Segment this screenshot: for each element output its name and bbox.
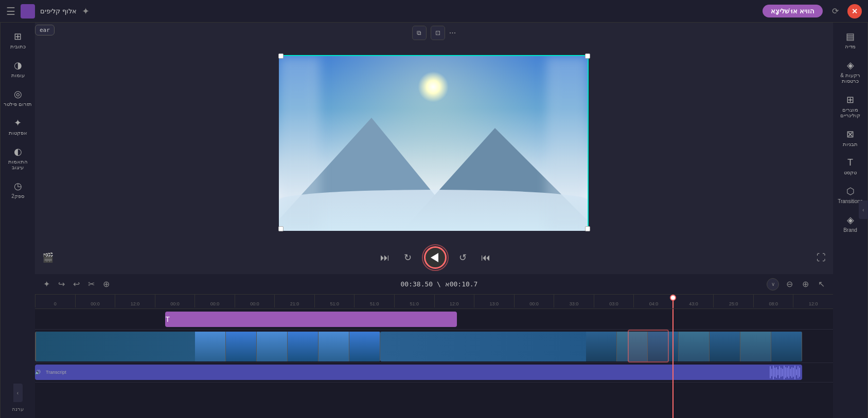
rewind-button[interactable]: ↺ bbox=[457, 250, 469, 265]
sidebar-item-speed[interactable]: ◷ ספק2 bbox=[1, 176, 35, 203]
video-clips-container bbox=[35, 330, 802, 362]
ruler-mark: 04:0 bbox=[633, 295, 674, 307]
sidebar-item-templates[interactable]: ⊠ תבניות bbox=[833, 124, 867, 151]
sidebar-label-products: מוצרים קולינריים bbox=[835, 107, 865, 118]
wave-bar bbox=[788, 366, 789, 378]
zoom-out-tool[interactable]: ⊖ bbox=[784, 277, 795, 291]
playback-controls: ⛶ ⏮ ↺ ↻ ⏭ 🎬 bbox=[35, 241, 833, 274]
wave-bar bbox=[776, 367, 777, 378]
media-icon: ▤ bbox=[846, 31, 855, 42]
templates-icon: ⊠ bbox=[846, 129, 854, 140]
wave-bar bbox=[771, 369, 772, 376]
fullscreen-button[interactable]: ⛶ bbox=[814, 250, 828, 265]
magic-icon[interactable]: ✦ bbox=[82, 6, 90, 17]
sidebar-label-media: מדיה bbox=[845, 44, 856, 49]
sidebar-item-text[interactable]: T טקסט bbox=[833, 153, 867, 179]
pointer-tool[interactable]: ↖ bbox=[816, 277, 827, 291]
ruler-marks: 12:0 08:0 25:0 43:0 04:0 03:0 33:0 00:0 … bbox=[35, 295, 833, 308]
screenshot-button[interactable]: 🎬 bbox=[40, 250, 56, 265]
preview-toolbar: ··· ⊡ ⧉ bbox=[35, 23, 833, 43]
handle-top-right[interactable] bbox=[585, 53, 590, 59]
ruler-mark: 00:0 bbox=[155, 295, 195, 307]
sidebar-label-text: טקסט bbox=[844, 170, 857, 175]
forward-button[interactable]: ↻ bbox=[402, 250, 414, 265]
timeline-area: ↖ ⊕ ⊖ ∨ 00:10.7א \ 00:38.50 ⊕ ✂ ↩ ↪ ✦ 12… bbox=[35, 274, 833, 418]
sidebar-label-backgrounds: רקעות & כרטסות bbox=[835, 72, 865, 84]
clips-thumbnail[interactable] bbox=[21, 4, 35, 19]
add-button[interactable]: ✦ bbox=[41, 277, 52, 291]
more-options-button[interactable]: ··· bbox=[449, 28, 456, 38]
clips-label: אלוף קליפים bbox=[40, 7, 77, 15]
ruler-mark: 00:0 bbox=[194, 295, 235, 307]
wave-bar bbox=[779, 366, 780, 378]
app-icon[interactable]: ✕ bbox=[847, 4, 862, 19]
sidebar-label-templates: תבניות bbox=[843, 141, 858, 147]
main-layout: ▤ מדיה ◈ רקעות & כרטסות ⊞ מוצרים קולינרי… bbox=[0, 23, 868, 418]
history-button[interactable]: ⟳ bbox=[828, 4, 842, 19]
project-title-button[interactable]: הוויא אוּ שׁליצָא bbox=[763, 5, 823, 17]
wave-bar bbox=[770, 366, 771, 378]
video-preview[interactable] bbox=[280, 55, 589, 230]
wave-bar bbox=[777, 369, 778, 375]
ruler-mark: 08:0 bbox=[753, 295, 793, 307]
sidebar-item-products[interactable]: ⊞ מוצרים קולינריים bbox=[833, 90, 867, 122]
ruler-mark: 51:0 bbox=[394, 295, 434, 307]
sidebar-item-adjustments[interactable]: ◐ התאמות עיצוב bbox=[1, 142, 35, 174]
playhead-highlight bbox=[628, 330, 669, 362]
right-sidebar-collapse[interactable]: › bbox=[859, 201, 868, 219]
audio-track-row: Transcript 🔊 bbox=[35, 363, 833, 383]
wave-bar bbox=[774, 368, 775, 377]
cut-tool[interactable]: ✂ bbox=[86, 277, 97, 291]
wave-bar bbox=[782, 369, 783, 376]
frame-button[interactable]: ⊡ bbox=[431, 26, 445, 40]
ruler-mark: 12:0 bbox=[793, 295, 833, 307]
wave-bar bbox=[794, 366, 795, 379]
magnet-tool[interactable]: ⊕ bbox=[101, 277, 112, 291]
video-preview-container bbox=[35, 43, 833, 241]
playhead-head[interactable] bbox=[670, 295, 676, 301]
ruler-mark: 43:0 bbox=[674, 295, 714, 307]
sidebar-item-effects[interactable]: ◑ עומות bbox=[1, 56, 35, 82]
sidebar-item-media[interactable]: ▤ מדיה bbox=[833, 27, 867, 53]
playhead-ruler bbox=[672, 295, 674, 308]
clip-thumb bbox=[288, 332, 318, 361]
handle-bottom-left[interactable] bbox=[278, 226, 284, 231]
sidebar-label-adjustments: התאמות עיצוב bbox=[3, 159, 33, 170]
clip-thumb bbox=[710, 332, 740, 361]
skip-back-button[interactable]: ⏮ bbox=[479, 250, 492, 265]
video-clip-1[interactable] bbox=[380, 332, 802, 361]
sidebar-item-vfx[interactable]: ✦ אפקטות bbox=[1, 113, 35, 140]
sidebar-item-filters[interactable]: ◎ תזרום פילטר bbox=[1, 84, 35, 111]
zoom-in-tool[interactable]: ⊕ bbox=[800, 277, 811, 291]
hamburger-menu[interactable]: ☰ bbox=[6, 5, 15, 17]
timeline-time-display: 00:10.7א \ 00:38.50 bbox=[401, 280, 478, 288]
handle-bottom-right[interactable] bbox=[585, 226, 590, 231]
timeline-tracks: T bbox=[35, 309, 833, 418]
transitions-icon: ⬡ bbox=[846, 186, 855, 197]
sidebar-label-captions: כתובית bbox=[10, 44, 26, 49]
audio-clip[interactable]: Transcript 🔊 bbox=[35, 365, 802, 380]
play-btn-glow bbox=[422, 244, 449, 271]
sidebar-item-backgrounds[interactable]: ◈ רקעות & כרטסות bbox=[833, 56, 867, 88]
sidebar-bottom: › ערנה bbox=[12, 384, 24, 414]
play-button[interactable] bbox=[424, 246, 447, 269]
redo-button[interactable]: ↪ bbox=[56, 277, 67, 291]
handle-top-left[interactable] bbox=[278, 53, 284, 59]
wave-bar bbox=[790, 369, 791, 376]
text-clip[interactable]: T bbox=[165, 312, 457, 327]
sidebar-label-vfx: אפקטות bbox=[9, 130, 27, 136]
skip-forward-button[interactable]: ⏭ bbox=[378, 250, 392, 265]
blur-overlay-left bbox=[279, 56, 320, 231]
crop-button[interactable]: ⧉ bbox=[412, 26, 427, 40]
undo-button[interactable]: ↩ bbox=[71, 277, 82, 291]
video-track-content bbox=[35, 330, 802, 362]
blur-overlay-right bbox=[546, 56, 588, 231]
sidebar-item-captions[interactable]: ⊞ כתובית bbox=[1, 27, 35, 53]
left-sidebar-collapse[interactable]: › bbox=[13, 384, 23, 402]
playhead-tracks bbox=[672, 309, 674, 418]
collapse-button[interactable]: ∨ bbox=[767, 278, 779, 290]
video-clip-2[interactable] bbox=[35, 332, 380, 361]
clip-thumb bbox=[349, 332, 380, 361]
text-icon: T bbox=[847, 157, 853, 168]
video-track-row bbox=[35, 330, 833, 363]
